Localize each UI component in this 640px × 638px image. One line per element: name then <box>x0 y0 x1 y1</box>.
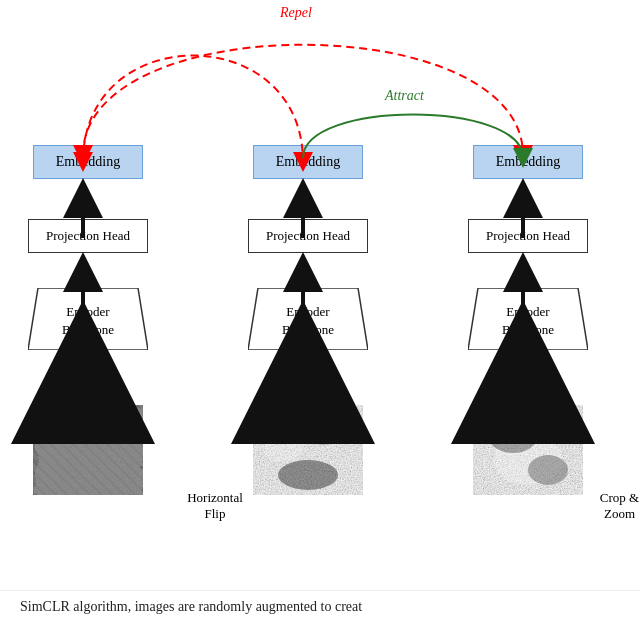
svg-text:Encoder: Encoder <box>66 304 110 319</box>
svg-point-28 <box>263 438 303 462</box>
col3-encoder: Encoder Backbone <box>468 288 588 350</box>
svg-point-27 <box>278 460 338 490</box>
col1: Embedding Projection Head Encoder Backbo… <box>28 145 148 495</box>
col2-encoder: Encoder Backbone <box>248 288 368 350</box>
svg-marker-30 <box>468 288 588 350</box>
col1-embedding: Embedding <box>33 145 143 179</box>
col3-embedding: Embedding <box>473 145 583 179</box>
svg-rect-22 <box>33 405 143 495</box>
svg-marker-15 <box>28 288 148 350</box>
col2-projection: Projection Head <box>248 219 368 253</box>
svg-point-29 <box>308 425 338 445</box>
svg-text:Backbone: Backbone <box>62 322 114 337</box>
col1-image <box>33 405 143 495</box>
col3: Embedding Projection Head Encoder Backbo… <box>468 145 588 495</box>
svg-text:Encoder: Encoder <box>506 304 550 319</box>
diagram-area: Embedding Projection Head Encoder Backbo… <box>0 0 640 590</box>
col2-transform-label: HorizontalFlip <box>175 490 255 522</box>
col3-image <box>473 405 583 495</box>
col2-image <box>253 405 363 495</box>
svg-point-36 <box>528 455 568 485</box>
caption: SimCLR algorithm, images are randomly au… <box>0 590 640 638</box>
svg-text:Backbone: Backbone <box>282 322 334 337</box>
col1-encoder: Encoder Backbone <box>28 288 148 350</box>
svg-marker-23 <box>248 288 368 350</box>
col3-projection: Projection Head <box>468 219 588 253</box>
col1-projection: Projection Head <box>28 219 148 253</box>
col2: Embedding Projection Head Encoder Backbo… <box>248 145 368 495</box>
col3-transform-label: Crop &Zoom <box>587 490 640 522</box>
col2-embedding: Embedding <box>253 145 363 179</box>
svg-point-35 <box>488 417 538 453</box>
repel-label: Repel <box>280 5 312 21</box>
attract-label: Attract <box>385 88 424 104</box>
svg-text:Encoder: Encoder <box>286 304 330 319</box>
svg-text:Backbone: Backbone <box>502 322 554 337</box>
